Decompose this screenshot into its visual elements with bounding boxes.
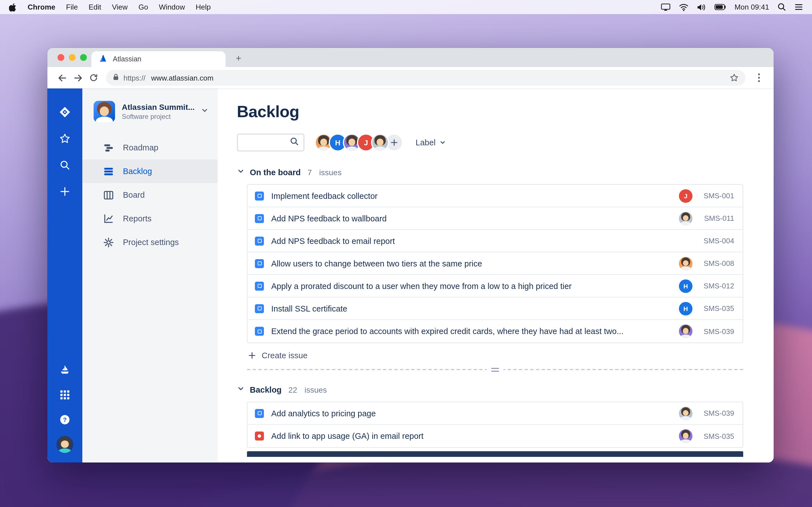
assignee-avatar[interactable] <box>679 429 693 443</box>
menu-help[interactable]: Help <box>196 3 211 11</box>
assignee-avatar[interactable] <box>679 406 693 420</box>
back-button[interactable] <box>54 70 70 86</box>
issue-row[interactable]: Add NPS feedback to wallboard SMS-011 <box>248 207 743 230</box>
browser-window: Atlassian + https:// www.atlassian.com <box>47 48 774 462</box>
backlog-list: Add analytics to pricing page SMS-039 Ad… <box>247 402 743 448</box>
sprint-divider[interactable] <box>247 369 743 370</box>
menu-file[interactable]: File <box>66 3 78 11</box>
chevron-down-icon <box>440 139 446 146</box>
sidebar-item-project-settings[interactable]: Project settings <box>82 230 218 254</box>
section-name: Backlog <box>250 385 282 394</box>
app-switcher-icon[interactable] <box>56 386 74 404</box>
jira-logo-icon[interactable] <box>56 103 74 121</box>
wifi-icon[interactable] <box>679 3 688 11</box>
sidebar-item-backlog[interactable]: Backlog <box>82 159 218 183</box>
issue-title: Add NPS feedback to email report <box>271 236 395 245</box>
chevron-down-icon[interactable] <box>201 107 209 117</box>
issue-row[interactable]: Implement feedback collector J SMS-001 <box>248 185 743 207</box>
issue-row[interactable]: Add analytics to pricing page SMS-039 <box>248 402 743 425</box>
issue-title: Add link to app usage (GA) in email repo… <box>271 432 423 441</box>
apple-menu-icon[interactable] <box>9 3 17 11</box>
section-issue-unit: issues <box>319 168 342 177</box>
issue-key: SMS-035 <box>699 432 734 440</box>
spotlight-icon[interactable] <box>777 3 786 11</box>
issue-row[interactable]: Add NPS feedback to email report SMS-004 <box>248 230 743 252</box>
assignee-avatar[interactable]: H <box>679 279 693 293</box>
starred-icon[interactable] <box>56 129 74 148</box>
section-header-backlog: Backlog 22 issues <box>237 385 743 395</box>
control-center-icon[interactable] <box>795 3 803 11</box>
browser-toolbar: https:// www.atlassian.com <box>47 67 774 89</box>
story-icon <box>255 327 264 336</box>
browser-menu-icon[interactable] <box>751 70 767 86</box>
menu-app-name[interactable]: Chrome <box>28 3 55 11</box>
issue-key: SMS-012 <box>699 282 734 290</box>
search-icon <box>290 137 299 148</box>
board-search-input[interactable] <box>243 138 287 147</box>
menu-window[interactable]: Window <box>159 3 185 11</box>
section-issue-count: 7 <box>307 168 312 177</box>
svg-text:?: ? <box>63 416 66 424</box>
create-icon[interactable] <box>56 182 74 201</box>
minimize-window-button[interactable] <box>69 54 75 61</box>
battery-icon[interactable] <box>714 4 726 10</box>
forward-button[interactable] <box>70 70 86 86</box>
screen-mirroring-icon[interactable] <box>661 3 670 11</box>
story-icon <box>255 214 264 223</box>
collapse-chevron-icon[interactable] <box>237 167 245 177</box>
profile-avatar[interactable] <box>56 436 74 453</box>
create-issue-button[interactable]: Create issue <box>247 343 743 368</box>
issue-row[interactable]: Install SSL certificate H SMS-035 <box>248 297 743 320</box>
board-search[interactable] <box>237 133 305 152</box>
ship-icon[interactable] <box>56 361 74 379</box>
browser-tab[interactable]: Atlassian <box>91 51 225 67</box>
section-issue-count: 22 <box>289 385 297 394</box>
issue-key: SMS-001 <box>699 191 734 200</box>
page-title: Backlog <box>237 102 743 121</box>
sidebar-item-roadmap[interactable]: Roadmap <box>82 136 218 159</box>
assignee-avatar[interactable]: J <box>679 189 693 203</box>
assignee-avatar[interactable]: H <box>679 302 693 315</box>
issue-title: Apply a prorated discount to a user when… <box>271 281 572 290</box>
reload-button[interactable] <box>86 70 101 86</box>
member-avatar[interactable] <box>371 133 389 152</box>
bookmark-star-icon[interactable] <box>730 73 739 82</box>
project-switcher[interactable]: Atlassian Summit... Software project <box>94 101 209 122</box>
collapse-chevron-icon[interactable] <box>237 385 245 395</box>
sidebar-item-board[interactable]: Board <box>82 183 218 207</box>
project-avatar <box>94 101 115 122</box>
label-filter-dropdown[interactable]: Label <box>416 138 446 147</box>
issue-key: SMS-039 <box>699 409 734 417</box>
search-icon[interactable] <box>56 156 74 174</box>
new-tab-button[interactable]: + <box>231 51 246 66</box>
sidebar-item-label: Roadmap <box>123 143 158 152</box>
volume-icon[interactable] <box>697 3 706 11</box>
issue-row[interactable]: Add link to app usage (GA) in email repo… <box>248 425 743 447</box>
assignee-avatar[interactable] <box>679 325 693 338</box>
menu-clock[interactable]: Mon 09:41 <box>734 3 769 11</box>
zoom-window-button[interactable] <box>80 54 87 61</box>
help-icon[interactable]: ? <box>56 411 74 429</box>
issue-key: SMS-035 <box>699 304 734 313</box>
issue-row[interactable]: Apply a prorated discount to a user when… <box>248 275 743 297</box>
address-bar[interactable]: https:// www.atlassian.com <box>106 70 746 86</box>
create-issue-label: Create issue <box>262 351 308 360</box>
assignee-avatar[interactable] <box>679 257 693 270</box>
backlog-icon <box>103 165 114 177</box>
divider-grip-icon[interactable] <box>487 365 504 374</box>
menu-go[interactable]: Go <box>139 3 148 11</box>
issue-row[interactable]: Allow users to change between two tiers … <box>248 252 743 275</box>
menu-edit[interactable]: Edit <box>89 3 101 11</box>
sidebar-item-reports[interactable]: Reports <box>82 207 218 230</box>
close-window-button[interactable] <box>57 54 64 61</box>
sidebar-nav: Roadmap Backlog Board Reports <box>82 136 218 254</box>
tab-strip[interactable]: Atlassian + <box>47 48 774 67</box>
sidebar-item-label: Backlog <box>123 167 152 176</box>
assignee-avatar[interactable] <box>679 212 693 225</box>
menu-view[interactable]: View <box>112 3 128 11</box>
issue-row[interactable]: Extend the grace period to accounts with… <box>248 320 743 342</box>
story-icon <box>255 281 264 290</box>
atlassian-favicon <box>99 54 108 64</box>
project-name: Atlassian Summit... <box>122 103 193 112</box>
lock-icon <box>113 73 119 82</box>
